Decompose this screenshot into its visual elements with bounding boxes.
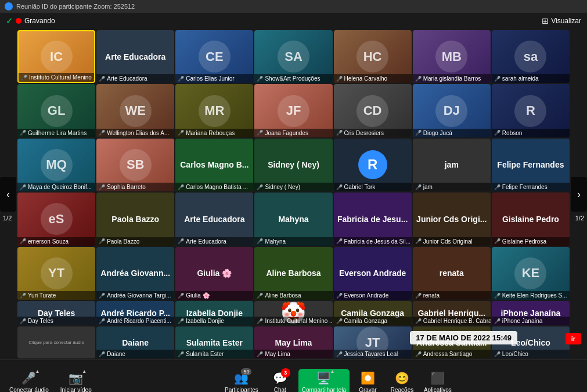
- video-tile-35[interactable]: Day Teles🎤Day Teles: [17, 301, 95, 325]
- tile-mic-icon: 🎤: [178, 130, 184, 136]
- participants-button[interactable]: 👥 50 Participantes: [221, 369, 262, 393]
- tile-display-text: Gislaine Pedro: [500, 212, 561, 226]
- video-tile-25[interactable]: Fabricia de Jesu...🎤Fabricia de Jesus da…: [334, 193, 412, 245]
- connect-audio-label: Conectar áudio: [9, 387, 49, 393]
- tile-name-text: Sophia Barreto: [107, 184, 146, 190]
- tile-name-text: Sidney ( Ney): [265, 184, 300, 190]
- nav-right-arrow[interactable]: ›: [571, 177, 587, 212]
- tile-mic-icon: 🎤: [336, 238, 343, 244]
- tile-person-face: IC: [41, 41, 73, 72]
- apps-button[interactable]: ⬛ Aplicativos: [420, 369, 455, 393]
- video-tile-1[interactable]: Arte Educadora🎤Arte Educadora: [96, 30, 174, 83]
- record-button[interactable]: ⏺️ Gravar: [352, 369, 384, 393]
- tile-name-text: May Lima: [265, 351, 290, 357]
- tile-name-bar: 🎤Daiane: [96, 350, 174, 358]
- rec-overlay-button[interactable]: ir: [566, 333, 581, 344]
- tile-name-bar: 🎤Carlos Magno Batista ...: [175, 183, 253, 191]
- video-tile-34[interactable]: KE🎤Keite Elen Rodrigues S...: [492, 247, 570, 300]
- video-tile-0[interactable]: IC🎤Instituto Cultural Menino ...: [17, 30, 95, 83]
- video-tile-15[interactable]: SB🎤Sophia Barreto: [96, 139, 174, 191]
- video-tile-16[interactable]: Carlos Magno B...🎤Carlos Magno Batista .…: [175, 139, 253, 191]
- video-tile-46[interactable]: JT🎤Jessica Tavares Leal: [334, 326, 412, 358]
- video-tile-37[interactable]: Izabella Donjie🎤Izabella Donjie: [175, 301, 253, 325]
- video-tile-24[interactable]: Mahyna🎤Mahyna: [254, 193, 332, 245]
- video-tile-11[interactable]: CD🎤Cris Desrosiers: [334, 84, 412, 137]
- tile-person-face: KE: [514, 257, 546, 289]
- tile-mic-icon: 🎤: [20, 184, 26, 190]
- video-tile-42[interactable]: Clique para conectar áudio: [17, 326, 95, 358]
- video-tile-2[interactable]: CE🎤Carlos Elias Junior: [175, 30, 253, 83]
- video-tile-30[interactable]: Giulia 🌸🎤Giulia 🌸: [175, 247, 253, 300]
- video-tile-10[interactable]: JF🎤Joana Fagundes: [254, 84, 332, 137]
- video-tile-29[interactable]: Andréa Giovann...🎤Andréa Giovanna Targi.…: [96, 247, 174, 300]
- video-tile-36[interactable]: André Ricardo P...🎤André Ricardo Piacent…: [96, 301, 174, 325]
- tile-person-face: MR: [199, 95, 231, 127]
- reactions-button[interactable]: 😊 Reações: [386, 369, 418, 393]
- video-tile-38[interactable]: 🤡🎤Instituto Cultural Menino ...: [254, 301, 332, 325]
- tile-name-bar: 🎤Yuri Turate: [17, 291, 95, 300]
- video-tile-27[interactable]: Gislaine Pedro🎤Gislaine Pedrosa: [492, 193, 570, 245]
- video-tile-19[interactable]: jam🎤jam: [413, 139, 491, 191]
- tile-name-text: emerson Souza: [28, 238, 69, 245]
- video-tile-18[interactable]: R🎤Gabriel Tork: [334, 139, 412, 191]
- tile-name-bar: 🎤Gislaine Pedrosa: [492, 237, 570, 246]
- video-tile-26[interactable]: Junior Cds Origi...🎤Junior Cds Original: [413, 193, 491, 245]
- video-tile-40[interactable]: Gabriel Henriqu...🎤Gabriel Henrique B. C…: [413, 301, 491, 325]
- tile-mic-icon: 🎤: [257, 130, 263, 136]
- tile-mic-icon: 🎤: [415, 184, 422, 190]
- video-tile-20[interactable]: Felipe Fernandes🎤Felipe Fernandes: [492, 139, 570, 191]
- tile-name-text: Day Teles: [28, 318, 53, 324]
- tile-display-text: Fabricia de Jesu...: [335, 212, 410, 226]
- tile-name-bar: 🎤Jessica Tavares Leal: [334, 350, 412, 358]
- video-tile-8[interactable]: WE🎤Wellington Elias dos A...: [96, 84, 174, 137]
- video-tile-41[interactable]: iPhone Janaína🎤iPhone Janaína: [492, 301, 570, 325]
- video-tile-6[interactable]: sa🎤sarah almeida: [492, 30, 570, 83]
- video-tile-17[interactable]: Sidney ( Ney)🎤Sidney ( Ney): [254, 139, 332, 191]
- tile-person-face: GL: [41, 95, 73, 127]
- tile-mic-icon: 🎤: [20, 238, 26, 244]
- tile-name-text: Mahyna: [265, 238, 286, 245]
- video-tile-4[interactable]: HC🎤Helena Carvalho: [334, 30, 412, 83]
- video-tile-22[interactable]: Paola Bazzo🎤Paola Bazzo: [96, 193, 174, 245]
- tile-name-text: Maria gislandia Barros: [423, 75, 481, 82]
- nav-left-arrow[interactable]: ‹: [0, 177, 16, 212]
- video-tile-21[interactable]: eS🎤emerson Souza: [17, 193, 95, 245]
- video-tile-43[interactable]: Daiane🎤Daiane: [96, 326, 174, 358]
- chat-label: Chat: [274, 387, 286, 393]
- page-left-indicator: 1/2: [3, 215, 12, 222]
- video-tile-23[interactable]: Arte Educadora🎤Arte Educadora: [175, 193, 253, 245]
- share-screen-button[interactable]: 🖥️▲ Compartilhar tela: [298, 369, 350, 393]
- tile-mic-icon: 🎤: [20, 293, 26, 299]
- video-tile-33[interactable]: renata🎤renata: [413, 247, 491, 300]
- tile-display-text: May Lima: [273, 336, 315, 350]
- video-tile-32[interactable]: Everson Andrade🎤Everson Andrade: [334, 247, 412, 300]
- connect-audio-button[interactable]: 🎤▲ Conectar áudio: [6, 369, 52, 393]
- tile-display-text: Mahyna: [276, 212, 311, 226]
- video-tile-5[interactable]: MB🎤Maria gislandia Barros: [413, 30, 491, 83]
- visualizar-button[interactable]: ⊞ Visualizar: [542, 16, 581, 26]
- video-tile-12[interactable]: DJ🎤Diogo Jucá: [413, 84, 491, 137]
- participants-label: Participantes: [225, 387, 258, 393]
- window-title: Reunião ID do participante Zoom: 252512: [16, 3, 135, 10]
- video-tile-9[interactable]: MR🎤Mariana Rebouças: [175, 84, 253, 137]
- tile-name-bar: 🎤Mariana Rebouças: [175, 129, 253, 137]
- video-tile-28[interactable]: YT🎤Yuri Turate: [17, 247, 95, 300]
- start-video-button[interactable]: 📷▲ Iniciar vídeo: [57, 369, 95, 393]
- video-tile-14[interactable]: MQ🎤Maya de Queiroz Bonif...: [17, 139, 95, 191]
- tile-name-text: Gabriel Tork: [344, 184, 376, 190]
- tile-name-text: Camila Gonzaga: [344, 318, 387, 324]
- video-tile-13[interactable]: R🎤Robson: [492, 84, 570, 137]
- tile-name-bar: 🎤Wellington Elias dos A...: [96, 129, 174, 137]
- tile-name-bar: 🎤Guilherme Lira Martins: [17, 129, 95, 137]
- video-tile-31[interactable]: Aline Barbosa🎤Aline Barbosa: [254, 247, 332, 300]
- video-tile-3[interactable]: SA🎤Show&Art Produções: [254, 30, 332, 83]
- video-tile-39[interactable]: Camila Gonzaga🎤Camila Gonzaga: [334, 301, 412, 325]
- tile-name-bar: 🎤Keite Elen Rodrigues S...: [492, 291, 570, 300]
- video-tile-7[interactable]: GL🎤Guilherme Lira Martins: [17, 84, 95, 137]
- video-tile-44[interactable]: Sulamita Ester🎤Sulamita Ester: [175, 326, 253, 358]
- chat-button[interactable]: 💬 3 Chat: [264, 369, 296, 393]
- video-tile-45[interactable]: May Lima🎤May Lima: [254, 326, 332, 358]
- tile-person-face: DJ: [435, 95, 467, 127]
- tile-name-text: Robson: [502, 130, 522, 136]
- tile-mic-icon: 🎤: [257, 318, 263, 324]
